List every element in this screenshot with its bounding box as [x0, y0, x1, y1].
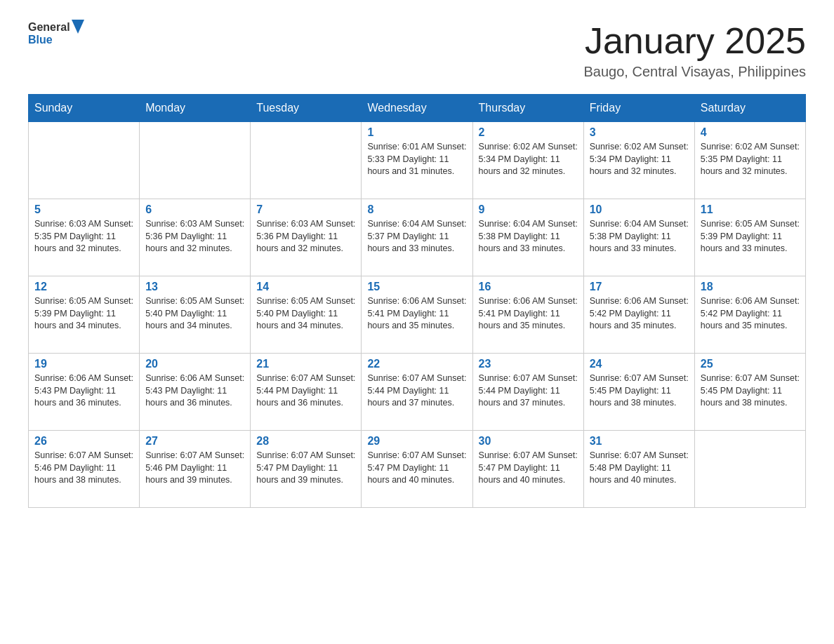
logo-general-text: General — [28, 21, 70, 34]
logo-triangle-icon — [72, 20, 84, 34]
day-number: 29 — [367, 435, 466, 448]
calendar-week-row: 19Sunrise: 6:06 AM Sunset: 5:43 PM Dayli… — [29, 354, 806, 431]
calendar-cell: 19Sunrise: 6:06 AM Sunset: 5:43 PM Dayli… — [29, 354, 140, 431]
calendar-cell — [251, 122, 362, 199]
calendar-table: SundayMondayTuesdayWednesdayThursdayFrid… — [28, 94, 806, 508]
day-number: 3 — [590, 126, 689, 139]
calendar-cell: 24Sunrise: 6:07 AM Sunset: 5:45 PM Dayli… — [583, 354, 694, 431]
day-number: 22 — [367, 358, 466, 370]
calendar-cell: 7Sunrise: 6:03 AM Sunset: 5:36 PM Daylig… — [251, 199, 362, 276]
day-number: 17 — [590, 281, 689, 293]
day-number: 30 — [479, 435, 578, 448]
calendar-cell: 10Sunrise: 6:04 AM Sunset: 5:38 PM Dayli… — [583, 199, 694, 276]
day-info: Sunrise: 6:03 AM Sunset: 5:35 PM Dayligh… — [34, 218, 133, 255]
day-info: Sunrise: 6:02 AM Sunset: 5:34 PM Dayligh… — [479, 141, 578, 178]
svg-marker-0 — [72, 20, 84, 34]
day-info: Sunrise: 6:02 AM Sunset: 5:34 PM Dayligh… — [590, 141, 689, 178]
calendar-cell: 29Sunrise: 6:07 AM Sunset: 5:47 PM Dayli… — [362, 431, 472, 508]
weekday-header-thursday: Thursday — [472, 95, 583, 122]
calendar-title: January 2025 — [584, 21, 806, 61]
day-info: Sunrise: 6:06 AM Sunset: 5:41 PM Dayligh… — [367, 295, 466, 333]
logo-blue-text: Blue — [28, 34, 53, 46]
day-info: Sunrise: 6:05 AM Sunset: 5:40 PM Dayligh… — [256, 295, 355, 333]
day-number: 13 — [145, 281, 244, 293]
calendar-cell: 2Sunrise: 6:02 AM Sunset: 5:34 PM Daylig… — [472, 122, 583, 199]
calendar-cell: 4Sunrise: 6:02 AM Sunset: 5:35 PM Daylig… — [694, 122, 805, 199]
calendar-cell — [140, 122, 251, 199]
day-number: 10 — [590, 203, 689, 216]
day-number: 16 — [479, 281, 578, 293]
day-info: Sunrise: 6:06 AM Sunset: 5:43 PM Dayligh… — [34, 373, 133, 410]
calendar-week-row: 12Sunrise: 6:05 AM Sunset: 5:39 PM Dayli… — [29, 276, 806, 354]
calendar-cell — [29, 122, 140, 199]
calendar-cell: 3Sunrise: 6:02 AM Sunset: 5:34 PM Daylig… — [583, 122, 694, 199]
day-info: Sunrise: 6:07 AM Sunset: 5:44 PM Dayligh… — [367, 373, 466, 410]
day-number: 18 — [701, 281, 800, 293]
calendar-cell: 12Sunrise: 6:05 AM Sunset: 5:39 PM Dayli… — [29, 276, 140, 354]
day-info: Sunrise: 6:07 AM Sunset: 5:44 PM Dayligh… — [479, 373, 578, 410]
calendar-week-row: 5Sunrise: 6:03 AM Sunset: 5:35 PM Daylig… — [29, 199, 806, 276]
day-info: Sunrise: 6:07 AM Sunset: 5:46 PM Dayligh… — [34, 450, 133, 487]
day-number: 15 — [367, 281, 466, 293]
calendar-cell: 8Sunrise: 6:04 AM Sunset: 5:37 PM Daylig… — [362, 199, 472, 276]
calendar-cell: 31Sunrise: 6:07 AM Sunset: 5:48 PM Dayli… — [583, 431, 694, 508]
day-number: 24 — [590, 358, 689, 370]
day-info: Sunrise: 6:07 AM Sunset: 5:47 PM Dayligh… — [367, 450, 466, 487]
calendar-cell: 30Sunrise: 6:07 AM Sunset: 5:47 PM Dayli… — [472, 431, 583, 508]
calendar-cell — [694, 431, 805, 508]
day-info: Sunrise: 6:07 AM Sunset: 5:45 PM Dayligh… — [701, 373, 800, 410]
day-info: Sunrise: 6:07 AM Sunset: 5:47 PM Dayligh… — [479, 450, 578, 487]
calendar-cell: 14Sunrise: 6:05 AM Sunset: 5:40 PM Dayli… — [251, 276, 362, 354]
day-info: Sunrise: 6:07 AM Sunset: 5:47 PM Dayligh… — [256, 450, 355, 487]
day-info: Sunrise: 6:04 AM Sunset: 5:38 PM Dayligh… — [590, 218, 689, 255]
day-number: 20 — [145, 358, 244, 370]
day-number: 8 — [367, 203, 466, 216]
day-info: Sunrise: 6:05 AM Sunset: 5:39 PM Dayligh… — [34, 295, 133, 333]
calendar-cell: 26Sunrise: 6:07 AM Sunset: 5:46 PM Dayli… — [29, 431, 140, 508]
day-info: Sunrise: 6:04 AM Sunset: 5:37 PM Dayligh… — [367, 218, 466, 255]
day-info: Sunrise: 6:03 AM Sunset: 5:36 PM Dayligh… — [256, 218, 355, 255]
calendar-cell: 27Sunrise: 6:07 AM Sunset: 5:46 PM Dayli… — [140, 431, 251, 508]
calendar-subtitle: Baugo, Central Visayas, Philippines — [584, 64, 806, 80]
day-info: Sunrise: 6:07 AM Sunset: 5:45 PM Dayligh… — [590, 373, 689, 410]
calendar-cell: 15Sunrise: 6:06 AM Sunset: 5:41 PM Dayli… — [362, 276, 472, 354]
day-number: 19 — [34, 358, 133, 370]
calendar-cell: 20Sunrise: 6:06 AM Sunset: 5:43 PM Dayli… — [140, 354, 251, 431]
day-number: 1 — [367, 126, 466, 139]
day-info: Sunrise: 6:06 AM Sunset: 5:41 PM Dayligh… — [479, 295, 578, 333]
calendar-cell: 16Sunrise: 6:06 AM Sunset: 5:41 PM Dayli… — [472, 276, 583, 354]
day-number: 28 — [256, 435, 355, 448]
calendar-cell: 28Sunrise: 6:07 AM Sunset: 5:47 PM Dayli… — [251, 431, 362, 508]
day-number: 2 — [479, 126, 578, 139]
day-info: Sunrise: 6:03 AM Sunset: 5:36 PM Dayligh… — [145, 218, 244, 255]
day-info: Sunrise: 6:02 AM Sunset: 5:35 PM Dayligh… — [701, 141, 800, 178]
calendar-cell: 6Sunrise: 6:03 AM Sunset: 5:36 PM Daylig… — [140, 199, 251, 276]
calendar-cell: 25Sunrise: 6:07 AM Sunset: 5:45 PM Dayli… — [694, 354, 805, 431]
calendar-week-row: 1Sunrise: 6:01 AM Sunset: 5:33 PM Daylig… — [29, 122, 806, 199]
day-info: Sunrise: 6:04 AM Sunset: 5:38 PM Dayligh… — [479, 218, 578, 255]
day-number: 5 — [34, 203, 133, 216]
day-info: Sunrise: 6:06 AM Sunset: 5:42 PM Dayligh… — [590, 295, 689, 333]
calendar-cell: 17Sunrise: 6:06 AM Sunset: 5:42 PM Dayli… — [583, 276, 694, 354]
calendar-cell: 21Sunrise: 6:07 AM Sunset: 5:44 PM Dayli… — [251, 354, 362, 431]
weekday-header-saturday: Saturday — [694, 95, 805, 122]
day-number: 14 — [256, 281, 355, 293]
weekday-header-tuesday: Tuesday — [251, 95, 362, 122]
title-section: January 2025 Baugo, Central Visayas, Phi… — [584, 21, 806, 80]
day-number: 23 — [479, 358, 578, 370]
day-info: Sunrise: 6:07 AM Sunset: 5:44 PM Dayligh… — [256, 373, 355, 410]
day-info: Sunrise: 6:07 AM Sunset: 5:48 PM Dayligh… — [590, 450, 689, 487]
logo: General Blue — [28, 21, 84, 46]
day-number: 12 — [34, 281, 133, 293]
calendar-cell: 1Sunrise: 6:01 AM Sunset: 5:33 PM Daylig… — [362, 122, 472, 199]
day-number: 25 — [701, 358, 800, 370]
day-number: 11 — [701, 203, 800, 216]
day-number: 9 — [479, 203, 578, 216]
weekday-header-row: SundayMondayTuesdayWednesdayThursdayFrid… — [29, 95, 806, 122]
calendar-cell: 18Sunrise: 6:06 AM Sunset: 5:42 PM Dayli… — [694, 276, 805, 354]
weekday-header-wednesday: Wednesday — [362, 95, 472, 122]
day-info: Sunrise: 6:01 AM Sunset: 5:33 PM Dayligh… — [367, 141, 466, 178]
calendar-cell: 5Sunrise: 6:03 AM Sunset: 5:35 PM Daylig… — [29, 199, 140, 276]
weekday-header-sunday: Sunday — [29, 95, 140, 122]
day-info: Sunrise: 6:06 AM Sunset: 5:42 PM Dayligh… — [701, 295, 800, 333]
